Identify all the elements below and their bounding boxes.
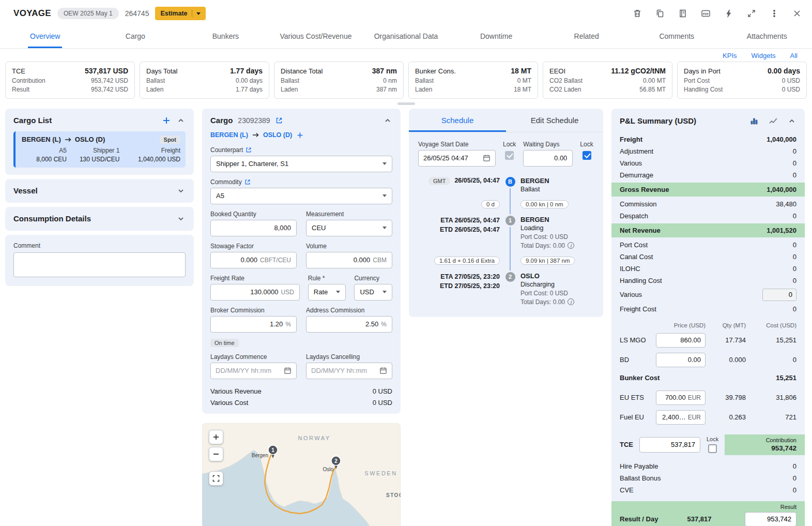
pnl-row-various-cost: Various <box>620 287 796 303</box>
waiting-days-lock-checkbox[interactable] <box>583 151 591 160</box>
map-fullscreen-button[interactable] <box>209 471 223 486</box>
pnl-title: P&L Summary (USD) <box>620 116 696 125</box>
currency-label: Currency <box>354 275 379 282</box>
rule-select[interactable]: Rate <box>308 284 346 300</box>
cargo-id: 23092389 <box>238 116 270 125</box>
stowage-factor-input[interactable]: 0.000CBFT/CEU <box>210 252 297 268</box>
add-cargo-button[interactable] <box>162 116 171 125</box>
start-date-lock-checkbox[interactable] <box>505 151 514 160</box>
panel-resize-handle[interactable] <box>397 102 415 105</box>
pnl-row-various-revenue: Various0 <box>620 157 796 169</box>
more-button[interactable] <box>769 8 780 19</box>
cargo-type: Freight <box>119 147 180 154</box>
tab-cargo[interactable]: Cargo <box>90 27 181 48</box>
close-button[interactable] <box>791 8 803 19</box>
pnl-row-cve: CVE0 <box>620 484 796 496</box>
comment-input[interactable] <box>13 252 186 277</box>
address-commission-input[interactable]: 2.50% <box>306 316 392 333</box>
open-counterpart-icon[interactable] <box>246 147 252 153</box>
tab-bunkers[interactable]: Bunkers <box>180 27 271 48</box>
counterpart-select[interactable]: Shipper 1, Charterer, S1 <box>210 156 392 172</box>
stop1-total-days: Total Days: 0.00 <box>520 242 565 249</box>
report-button[interactable] <box>677 8 688 19</box>
tab-organisational-data[interactable]: Organisational Data <box>361 27 451 48</box>
flash-button[interactable] <box>723 8 734 19</box>
currency-select[interactable]: USD <box>354 284 392 300</box>
copy-button[interactable] <box>654 8 666 19</box>
open-cargo-icon[interactable] <box>275 117 283 124</box>
load-port-link[interactable]: BERGEN (L) <box>210 131 248 139</box>
leg2-duration-badge: 1.61 d + 0.16 d Extra <box>434 257 500 265</box>
map-zoom-out-button[interactable] <box>209 447 223 461</box>
tab-downtime[interactable]: Downtime <box>451 27 542 48</box>
booked-quantity-input[interactable] <box>210 220 297 236</box>
start-datetime: 26/05/25, 04:47 <box>454 177 500 184</box>
main-content: Cargo List BERGEN (L) OSLO (D) Spot A5 S… <box>0 108 812 526</box>
comment-label: Comment <box>13 242 186 249</box>
measurement-select[interactable]: CEU <box>306 220 392 236</box>
delete-button[interactable] <box>632 8 643 19</box>
kpi-filter-all[interactable]: All <box>790 52 798 59</box>
tab-attachments[interactable]: Attachments <box>722 27 812 48</box>
add-port-button[interactable] <box>296 131 304 139</box>
tab-related[interactable]: Related <box>541 27 632 48</box>
collapse-cargo-detail-icon[interactable] <box>383 116 392 125</box>
stop1-port-cost: Port Cost: 0 USD <box>520 233 594 241</box>
commodity-select[interactable]: A5 <box>210 188 392 204</box>
map-zoom-in-button[interactable] <box>209 430 223 444</box>
result-header: Result <box>620 504 796 510</box>
laydays-cancelling-input[interactable]: DD/MM/YY hh:mm <box>306 363 392 379</box>
result-total-input[interactable] <box>745 512 796 526</box>
svg-text:1: 1 <box>271 447 274 453</box>
leg1-duration-badge: 0 d <box>481 200 500 208</box>
kpi-filter: KPIs Widgets All <box>0 49 812 61</box>
collapse-cargo-list-icon[interactable] <box>176 116 186 125</box>
pdf-export-button[interactable]: PDF <box>700 8 712 19</box>
tab-schedule[interactable]: Schedule <box>409 109 506 132</box>
pnl-row-canal-cost: Canal Cost0 <box>620 251 796 263</box>
broker-commission-input[interactable]: 1.20% <box>210 316 297 333</box>
info-icon[interactable] <box>568 298 574 305</box>
pnl-various-input[interactable] <box>762 289 796 301</box>
expand-button[interactable] <box>746 8 757 19</box>
fuel-eu-price-input[interactable]: 2,400…EUR <box>656 410 706 425</box>
kpi-filter-widgets[interactable]: Widgets <box>752 52 776 59</box>
page-title: VOYAGE <box>13 8 51 19</box>
cargo-commodity: A5 <box>22 147 67 154</box>
kpi-card-eeoi: EEOI11.12 gCO2/tNM CO2 Ballast0.00 MT CO… <box>543 62 672 99</box>
pnl-row-freight: Freight1,040,000 <box>620 133 796 145</box>
expand-consumption-icon[interactable] <box>176 214 186 223</box>
kpi-filter-kpis[interactable]: KPIs <box>723 52 737 59</box>
bar-chart-icon[interactable] <box>749 116 759 126</box>
tce-input[interactable] <box>639 437 700 453</box>
expand-vessel-icon[interactable] <box>176 186 186 196</box>
info-icon[interactable] <box>568 242 574 249</box>
tab-comments[interactable]: Comments <box>632 27 722 48</box>
estimate-button[interactable]: Estimate <box>155 7 205 20</box>
bd-price-input[interactable]: 0.00 <box>656 353 706 367</box>
trend-chart-icon[interactable] <box>768 116 779 126</box>
eu-ets-price-input[interactable]: 700.00EUR <box>656 390 706 405</box>
tce-lock-checkbox[interactable] <box>708 444 717 453</box>
tab-edit-schedule[interactable]: Edit Schedule <box>506 109 603 132</box>
lsmgo-price-input[interactable]: 860.00 <box>656 333 706 348</box>
open-commodity-icon[interactable] <box>244 179 251 185</box>
freight-rate-label: Freight Rate <box>210 275 244 282</box>
pnl-row-freight-cost: Freight Cost0 <box>620 303 796 315</box>
various-cost-label: Various Cost <box>210 399 248 407</box>
chevron-down-icon <box>336 291 340 293</box>
freight-rate-input[interactable]: 130.0000USD <box>210 284 300 300</box>
tab-overview[interactable]: Overview <box>0 27 90 48</box>
route-map[interactable]: NORWAY SWEDEN STOC North Bergen Oslo 1 2 <box>202 423 401 526</box>
svg-text:PDF: PDF <box>703 12 709 16</box>
discharge-port-link[interactable]: OSLO (D) <box>263 131 292 139</box>
volume-input[interactable]: 0.000CBM <box>306 252 392 268</box>
waiting-days-input[interactable] <box>523 150 573 167</box>
voyage-start-date-input[interactable]: 26/05/25 04:47 <box>418 150 496 167</box>
laydays-commence-input[interactable]: DD/MM/YY hh:mm <box>210 363 297 379</box>
tab-various-cost-revenue[interactable]: Various Cost/Revenue <box>271 27 361 48</box>
cargo-list-item[interactable]: BERGEN (L) OSLO (D) Spot A5 Shipper 1 Fr… <box>13 131 186 168</box>
bunker-row-fuel-eu: Fuel EU 2,400…EUR 0.263 721 <box>620 408 796 427</box>
collapse-pnl-icon[interactable] <box>787 116 796 126</box>
tce-label: TCE <box>620 441 633 448</box>
